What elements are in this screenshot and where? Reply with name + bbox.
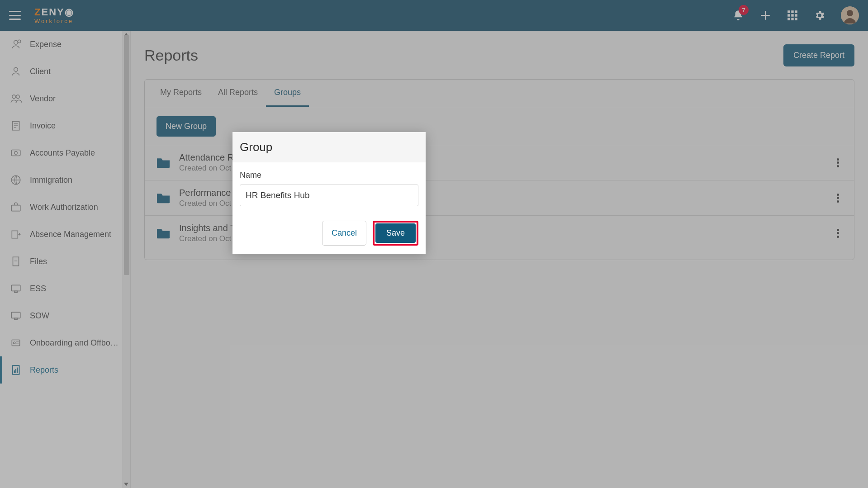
group-modal: Group Name Cancel Save [232, 132, 426, 254]
cancel-button[interactable]: Cancel [322, 221, 366, 246]
save-button-highlight: Save [373, 221, 418, 246]
modal-title: Group [232, 132, 426, 162]
modal-overlay[interactable] [0, 0, 868, 488]
name-label: Name [240, 171, 418, 180]
group-name-input[interactable] [240, 185, 418, 206]
save-button[interactable]: Save [375, 223, 416, 243]
